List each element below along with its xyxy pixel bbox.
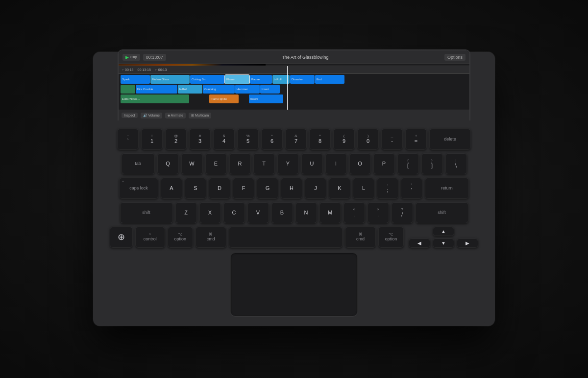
key-option-left[interactable]: ⌥ option — [168, 226, 193, 248]
key-period[interactable]: > . — [368, 202, 389, 223]
clip-spark[interactable]: Spark — [121, 75, 150, 84]
key-g[interactable]: G — [257, 177, 278, 199]
clip-cracking[interactable]: Cracking — [203, 85, 235, 94]
key-w[interactable]: W — [181, 153, 203, 174]
key-7[interactable]: & 7 — [285, 128, 307, 150]
key-z[interactable]: Z — [175, 202, 197, 223]
key-3[interactable]: # 3 — [189, 128, 211, 150]
key-cmd-right[interactable]: ⌘ cmd — [345, 226, 376, 248]
clip-pause[interactable]: Pause — [250, 75, 272, 84]
key-x[interactable]: X — [199, 202, 221, 223]
key-capslock[interactable]: • caps lock — [119, 177, 158, 199]
volume-btn[interactable]: 🔊 Volume — [141, 113, 162, 118]
key-p[interactable]: P — [373, 153, 395, 174]
fcp-timeline: ←00:13 00:13:15 ←00:13 Spark Molten Glas… — [119, 66, 469, 110]
key-arrow-right[interactable]: ▶ — [457, 238, 478, 248]
key-quote[interactable]: " ' — [401, 177, 422, 199]
timeline-time-label: ←00:13 — [122, 68, 134, 71]
key-i[interactable]: I — [325, 153, 347, 174]
clip-molten[interactable]: Molten Glass — [150, 75, 190, 84]
key-t[interactable]: T — [253, 153, 275, 174]
key-slash[interactable]: ? / — [392, 202, 413, 223]
clip-fire[interactable]: Fire Crackle — [136, 85, 177, 94]
key-comma[interactable]: < , — [343, 202, 365, 223]
key-4[interactable]: $ 4 — [213, 128, 235, 150]
key-control[interactable]: ^ control — [135, 226, 165, 248]
key-n[interactable]: N — [295, 202, 317, 223]
clip-cutting[interactable]: Cutting B-r — [190, 75, 224, 84]
key-c[interactable]: C — [223, 202, 245, 223]
key-space[interactable] — [229, 226, 343, 248]
key-minus[interactable]: _ - — [381, 128, 403, 150]
fcp-clip-btn[interactable]: ▶ Clip — [122, 54, 140, 61]
key-backslash[interactable]: | \ — [445, 153, 467, 174]
clip-editorsnotes[interactable]: EditorNotes... — [121, 94, 189, 103]
fcp-timecode: 00:13:07 — [143, 54, 166, 61]
key-arrow-up[interactable]: ▲ — [433, 226, 454, 236]
key-v[interactable]: V — [247, 202, 269, 223]
key-arrow-down[interactable]: ▼ — [433, 238, 454, 248]
key-2[interactable]: @ 2 — [165, 128, 187, 150]
clip-end[interactable]: End — [315, 75, 344, 84]
timeline-track-3: EditorNotes... Flame Ignite Insert — [121, 94, 467, 103]
key-l[interactable]: L — [353, 177, 374, 199]
key-tab[interactable]: tab — [122, 153, 155, 174]
timeline-time-mid: 00:13:15 — [138, 68, 151, 71]
key-arrow-left[interactable]: ◀ — [409, 238, 430, 248]
key-delete[interactable]: delete — [429, 128, 471, 150]
key-6[interactable]: ^ 6 — [261, 128, 283, 150]
clip-smooth-1[interactable] — [121, 85, 135, 94]
key-semicolon[interactable]: : ; — [377, 177, 398, 199]
clip-broll-2[interactable]: b-Roll — [178, 85, 202, 94]
clip-smooth-2[interactable]: Insert — [249, 94, 283, 103]
clip-flame-ignite[interactable]: Flame Ignite — [209, 94, 239, 103]
key-9[interactable]: ( 9 — [333, 128, 355, 150]
key-d[interactable]: D — [209, 177, 230, 199]
key-bracket-close[interactable]: } ] — [421, 153, 443, 174]
clip-dissolve[interactable]: Dissolve — [290, 75, 315, 84]
key-y[interactable]: Y — [277, 153, 299, 174]
key-backtick[interactable]: ~ ` — [117, 128, 139, 150]
multicam-btn[interactable]: ⊞ Multicam — [189, 113, 211, 118]
clip-insert[interactable]: Insert — [260, 85, 280, 94]
key-row-qwerty: tab Q W E R T Y U I O P { [ } ] — [110, 153, 478, 174]
clip-hammer[interactable]: Hammer — [235, 85, 260, 94]
fcp-options-btn[interactable]: Options — [444, 54, 466, 61]
key-k[interactable]: K — [329, 177, 350, 199]
key-m[interactable]: M — [319, 202, 341, 223]
key-o[interactable]: O — [349, 153, 371, 174]
screen-content: ▶ Clip 00:13:07 The Art of Glassblowing … — [119, 50, 469, 120]
key-q[interactable]: Q — [157, 153, 179, 174]
timeline-track-2: Fire Crackle b-Roll Cracking Hammer Inse… — [121, 85, 467, 94]
key-globe[interactable]: ⊕ — [110, 226, 133, 248]
animate-btn[interactable]: ◈ Animate — [165, 113, 186, 118]
keyboard-body: ~ ` ! 1 @ 2 # 3 $ 4 — [103, 120, 485, 326]
key-bracket-open[interactable]: { [ — [397, 153, 419, 174]
key-e[interactable]: E — [205, 153, 227, 174]
key-equals[interactable]: + = — [405, 128, 427, 150]
key-s[interactable]: S — [185, 177, 206, 199]
timeline-time-end: ←00:13 — [155, 68, 167, 71]
key-b[interactable]: B — [271, 202, 293, 223]
key-8[interactable]: * 8 — [309, 128, 331, 150]
key-cmd-left[interactable]: ⌘ cmd — [196, 226, 226, 248]
key-1[interactable]: ! 1 — [141, 128, 163, 150]
timeline-tracks: Spark Molten Glass Cutting B-r Flame Pau… — [119, 74, 469, 104]
key-row-asdf: • caps lock A S D F G H J K L : ; " ' — [110, 177, 478, 199]
key-option-right[interactable]: ⌥ option — [378, 226, 404, 248]
key-u[interactable]: U — [301, 153, 323, 174]
key-f[interactable]: F — [233, 177, 254, 199]
clip-flame-sel[interactable]: Flame — [225, 75, 249, 84]
key-return[interactable]: return — [425, 177, 469, 199]
key-a[interactable]: A — [161, 177, 182, 199]
timeline-playhead — [287, 66, 288, 110]
trackpad[interactable] — [230, 253, 358, 316]
inspect-btn[interactable]: Inspect — [122, 113, 138, 118]
key-r[interactable]: R — [229, 153, 251, 174]
key-shift-right[interactable]: shift — [416, 202, 468, 223]
key-shift-left[interactable]: shift — [120, 202, 173, 223]
key-0[interactable]: ) 0 — [357, 128, 379, 150]
key-j[interactable]: J — [305, 177, 326, 199]
key-h[interactable]: H — [281, 177, 302, 199]
key-5[interactable]: % 5 — [237, 128, 259, 150]
